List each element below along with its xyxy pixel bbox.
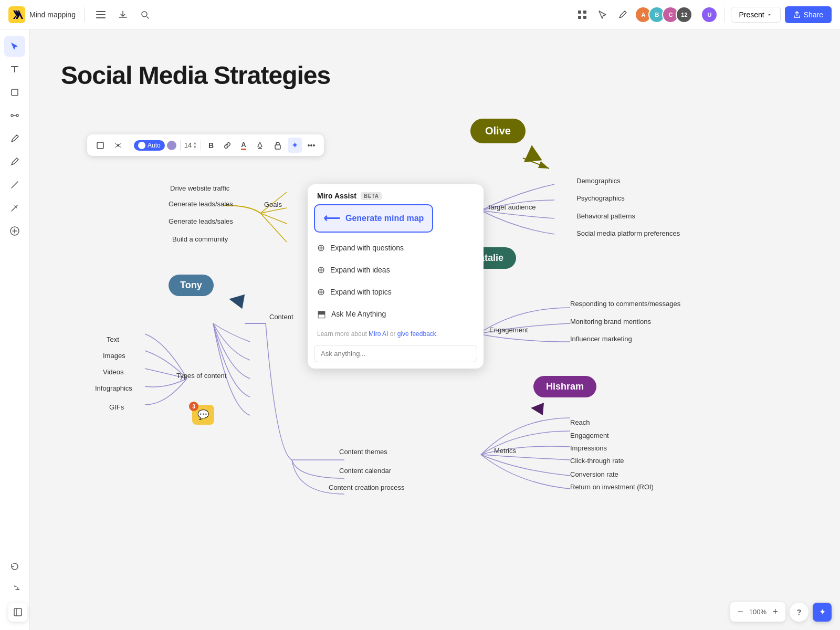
current-user-avatar: U bbox=[701, 6, 718, 23]
node-content: Content bbox=[269, 313, 293, 321]
sidebar-undo[interactable] bbox=[4, 556, 25, 578]
toggle-circle bbox=[138, 142, 145, 149]
node-content-calendar: Content calendar bbox=[339, 467, 391, 475]
tb-lock-btn[interactable] bbox=[270, 139, 286, 152]
sidebar-redo[interactable] bbox=[4, 580, 25, 601]
sidebar-add-tool[interactable] bbox=[4, 220, 25, 242]
left-sidebar bbox=[0, 29, 29, 630]
assist-expand-topics[interactable]: ⊕ Expand with topics bbox=[308, 281, 484, 303]
tb-color-picker[interactable] bbox=[167, 141, 176, 150]
topbar-divider bbox=[84, 7, 85, 22]
assist-input-row bbox=[308, 345, 484, 369]
beta-badge: BETA bbox=[361, 192, 382, 200]
hishram-label: Hishram bbox=[546, 381, 584, 392]
node-demographics: Demographics bbox=[576, 177, 621, 185]
export-button[interactable] bbox=[115, 7, 131, 23]
sidebar-connector-tool[interactable] bbox=[4, 105, 25, 126]
tony-bubble[interactable]: Tony bbox=[169, 275, 214, 296]
feedback-link[interactable]: give feedback bbox=[397, 330, 436, 338]
node-infographics: Infographics bbox=[95, 384, 132, 392]
svg-rect-8 bbox=[583, 16, 586, 19]
sidebar-pen2-tool[interactable] bbox=[4, 197, 25, 218]
svg-line-17 bbox=[260, 213, 287, 242]
tb-divider3 bbox=[201, 140, 201, 151]
node-build-community: Build a community bbox=[172, 235, 228, 243]
tony-label: Tony bbox=[180, 280, 202, 290]
hishram-arrow bbox=[530, 402, 544, 415]
hishram-bubble[interactable]: Hishram bbox=[533, 376, 596, 397]
node-social-prefs: Social media platform preferences bbox=[576, 229, 680, 237]
tb-more-btn[interactable]: ••• bbox=[304, 139, 319, 152]
expand-questions-icon: ⊕ bbox=[317, 242, 325, 254]
assist-expand-questions[interactable]: ⊕ Expand with questions bbox=[308, 237, 484, 259]
pen-button[interactable] bbox=[615, 7, 631, 23]
svg-point-11 bbox=[16, 114, 18, 117]
canvas-inner: Social Media Strategies Auto 14 ▲ ▼ bbox=[29, 29, 840, 630]
olive-arrow bbox=[524, 145, 546, 169]
svg-rect-7 bbox=[578, 16, 581, 19]
menu-button[interactable] bbox=[93, 8, 109, 22]
share-button[interactable]: Share bbox=[785, 6, 832, 23]
sidebar-pen-tool[interactable] bbox=[4, 128, 25, 149]
node-generate1: Generate leads/sales bbox=[169, 200, 233, 208]
assist-expand-ideas[interactable]: ⊕ Expand with ideas bbox=[308, 259, 484, 281]
expand-topics-icon: ⊕ bbox=[317, 286, 325, 298]
apps-button[interactable] bbox=[574, 6, 591, 23]
sidebar-shape-tool[interactable] bbox=[4, 82, 25, 103]
miro-logo-icon bbox=[8, 6, 25, 23]
node-content-themes: Content themes bbox=[339, 448, 387, 456]
tb-ai-btn[interactable]: ✦ bbox=[288, 138, 302, 153]
node-impressions: Impressions bbox=[570, 444, 607, 452]
olive-bubble[interactable]: Olive bbox=[470, 119, 526, 143]
generate-icon: ⟵ bbox=[323, 212, 340, 225]
svg-point-4 bbox=[142, 12, 147, 17]
zoom-in-btn[interactable]: + bbox=[770, 605, 780, 618]
node-reach: Reach bbox=[570, 418, 590, 426]
sidebar-select-tool[interactable] bbox=[4, 36, 25, 57]
node-generate2: Generate leads/sales bbox=[169, 217, 233, 225]
svg-point-10 bbox=[11, 114, 13, 117]
assist-input[interactable] bbox=[314, 345, 477, 362]
svg-line-21 bbox=[115, 143, 118, 145]
tb-textcolor-btn[interactable]: A bbox=[237, 138, 249, 153]
tb-auto-toggle[interactable]: Auto bbox=[134, 140, 165, 151]
topbar-divider2 bbox=[724, 7, 724, 22]
bottom-bar: − 100% + ? ✦ bbox=[730, 602, 832, 622]
svg-line-15 bbox=[260, 208, 287, 213]
select-button[interactable] bbox=[595, 7, 611, 23]
sidebar-toggle-btn[interactable] bbox=[8, 603, 27, 622]
format-toolbar: Auto 14 ▲ ▼ B A bbox=[87, 134, 324, 156]
miro-ai-link[interactable]: Miro AI bbox=[369, 330, 388, 338]
node-drive-website: Drive website traffic bbox=[170, 184, 229, 192]
node-behavioral: Behavioral patterns bbox=[576, 212, 635, 220]
tb-bold-btn[interactable]: B bbox=[205, 139, 217, 152]
svg-line-24 bbox=[118, 145, 121, 148]
sidebar-line-tool[interactable] bbox=[4, 174, 25, 195]
search-button[interactable] bbox=[137, 7, 153, 23]
magic-button[interactable]: ✦ bbox=[813, 603, 832, 622]
zoom-out-btn[interactable]: − bbox=[736, 605, 746, 618]
sidebar-sticky-tool[interactable] bbox=[4, 151, 25, 172]
present-button[interactable]: Present bbox=[731, 7, 780, 23]
svg-rect-2 bbox=[96, 14, 106, 15]
tb-mindmap-btn[interactable] bbox=[110, 139, 126, 152]
assist-ask-anything[interactable]: ⬒ Ask Me Anything bbox=[308, 303, 484, 325]
svg-rect-19 bbox=[97, 142, 103, 149]
avatar-count[interactable]: 12 bbox=[676, 6, 692, 23]
zoom-controls: − 100% + bbox=[730, 602, 785, 622]
node-gifs: GIFs bbox=[109, 403, 124, 411]
assist-title: Miro Assist bbox=[317, 192, 356, 200]
comment-count: 3 bbox=[189, 402, 198, 411]
generate-mindmap-btn[interactable]: ⟵ Generate mind map bbox=[314, 204, 433, 233]
node-text: Text bbox=[107, 335, 119, 343]
assist-panel: Miro Assist BETA ⟵ Generate mind map ⊕ E… bbox=[308, 184, 484, 369]
canvas[interactable]: Social Media Strategies Auto 14 ▲ ▼ bbox=[29, 29, 840, 630]
help-button[interactable]: ? bbox=[790, 603, 808, 622]
tb-square-btn[interactable] bbox=[92, 139, 108, 152]
comment-badge[interactable]: 💬 3 bbox=[192, 405, 214, 425]
sidebar-text-tool[interactable] bbox=[4, 59, 25, 80]
font-size-arrows[interactable]: ▲ ▼ bbox=[193, 141, 197, 150]
tb-link-btn[interactable] bbox=[219, 139, 235, 152]
font-size-down[interactable]: ▼ bbox=[193, 145, 197, 150]
tb-highlight-btn[interactable] bbox=[252, 139, 268, 152]
